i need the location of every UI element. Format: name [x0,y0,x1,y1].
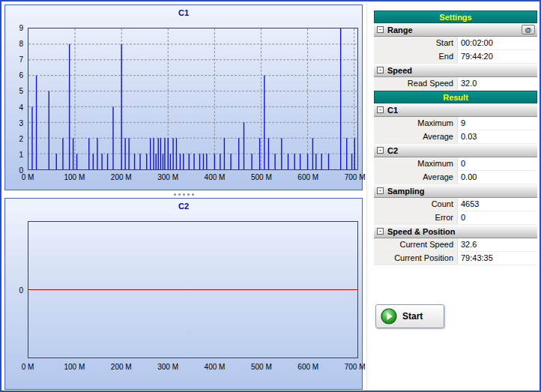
row-label: Error [374,211,458,224]
charts-area: C1 0123456789 0 M100 M200 M300 M400 M500… [1,1,366,391]
row-current-speed: Current Speed32.6 [374,238,537,252]
collapse-icon[interactable]: - [377,106,384,113]
chart-c1-plot [28,28,358,170]
chart-c1-panel: C1 0123456789 0 M100 M200 M300 M400 M500… [4,4,363,190]
row-average: Average0.03 [374,130,537,144]
y-tick-label: 8 [19,40,23,48]
group-header-c1[interactable]: -C1 [374,103,537,117]
x-tick-label: 400 M [205,363,226,371]
row-value[interactable]: 00:02:00 [458,37,537,49]
row-read-speed: Read Speed32.0 [374,77,537,91]
group-label: C2 [387,146,398,155]
x-tick-label: 500 M [251,363,272,371]
x-tick-label: 200 M [111,173,132,181]
grip-dot-icon [183,193,185,196]
row-error: Error0 [374,211,537,225]
collapse-icon[interactable]: - [377,26,384,33]
chart-c2-title: C2 [5,202,362,211]
chart-c1-y-axis: 0123456789 [7,28,26,170]
row-average: Average0.00 [374,171,537,184]
settings-results-panel: Settings-Range@Start00:02:00End79:44:20-… [366,1,540,391]
x-tick-label: 600 M [297,363,318,371]
splitter-handle[interactable] [4,191,363,197]
row-label: Read Speed [374,77,458,90]
x-tick-label: 200 M [111,363,132,371]
group-label: C1 [387,106,398,115]
group-header-range[interactable]: -Range@ [374,23,537,37]
collapse-icon[interactable]: - [377,147,384,154]
row-value: 79:43:35 [458,252,537,265]
row-label: Average [374,171,458,184]
row-value: 4653 [458,198,537,211]
row-value: 32.6 [458,238,537,251]
section-header-settings: Settings [374,10,537,23]
group-label: Range [387,25,413,34]
row-maximum: Maximum0 [374,157,537,171]
x-tick-label: 100 M [64,173,85,181]
start-button[interactable]: Start [375,304,444,328]
row-value: 0 [458,157,537,170]
row-label: Current Position [374,252,458,265]
y-tick-label: 2 [19,134,23,142]
x-tick-label: 0 M [22,363,34,371]
x-tick-label: 0 M [22,173,34,181]
chart-c2-panel: C2 0 0 M100 M200 M300 M400 M500 M600 M70… [4,198,363,390]
row-label: Start [374,37,458,49]
grip-dot-icon [174,193,176,196]
y-tick-label: 3 [19,118,23,127]
row-label: End [374,50,458,63]
x-tick-label: 700 M [345,173,366,181]
x-tick-label: 500 M [251,173,272,181]
grip-dot-icon [178,193,181,196]
row-start: Start00:02:00 [374,37,537,50]
y-tick-label: 9 [19,24,23,32]
y-tick-label: 6 [19,71,23,79]
row-label: Maximum [374,117,458,130]
x-tick-label: 300 M [157,173,178,181]
chart-c1-x-axis: 0 M100 M200 M300 M400 M500 M600 M700 M [28,173,358,183]
row-value[interactable]: 32.0 [458,77,537,90]
chart-c2-x-axis: 0 M100 M200 M300 M400 M500 M600 M700 M [28,363,358,373]
grip-dot-icon [192,193,194,196]
row-count: Count4653 [374,198,537,211]
group-header-c2[interactable]: -C2 [374,144,537,157]
chart-c2-y-axis: 0 [7,221,26,358]
grip-dot-icon [187,193,190,196]
x-tick-label: 600 M [297,173,318,181]
row-label: Count [374,198,458,211]
y-tick-label: 1 [19,150,23,158]
row-value: 0 [458,211,537,224]
row-label: Maximum [374,157,458,170]
row-label: Average [374,130,458,143]
chart-c1-title: C1 [5,8,362,17]
row-end: End79:44:20 [374,50,537,64]
at-button[interactable]: @ [522,25,535,34]
collapse-icon[interactable]: - [377,228,384,235]
row-value: 9 [458,117,537,130]
row-value: 0.00 [458,171,537,184]
collapse-icon[interactable]: - [377,67,384,73]
chart-c2-plot [28,221,358,358]
row-label: Current Speed [374,238,458,251]
x-tick-label: 700 M [345,363,366,371]
y-tick-label: 5 [19,87,23,95]
group-label: Sampling [387,187,425,196]
y-tick-label: 4 [19,103,23,111]
row-current-position: Current Position79:43:35 [374,252,537,265]
group-label: Speed [387,66,412,75]
group-header-sampling[interactable]: -Sampling [374,184,537,198]
section-header-result: Result [374,91,537,103]
x-tick-label: 100 M [64,363,85,371]
row-maximum: Maximum9 [374,117,537,130]
collapse-icon[interactable]: - [377,187,384,194]
start-button-label: Start [402,311,423,322]
play-icon [381,308,397,325]
row-value[interactable]: 79:44:20 [458,50,537,63]
y-tick-label: 7 [19,55,23,64]
row-value: 0.03 [458,130,537,143]
property-grid: Settings-Range@Start00:02:00End79:44:20-… [374,10,537,265]
group-header-speed-position[interactable]: -Speed & Position [374,225,537,238]
app-window: C1 0123456789 0 M100 M200 M300 M400 M500… [0,0,541,392]
y-tick-label: 0 [19,286,23,294]
group-header-speed[interactable]: -Speed [374,64,537,77]
